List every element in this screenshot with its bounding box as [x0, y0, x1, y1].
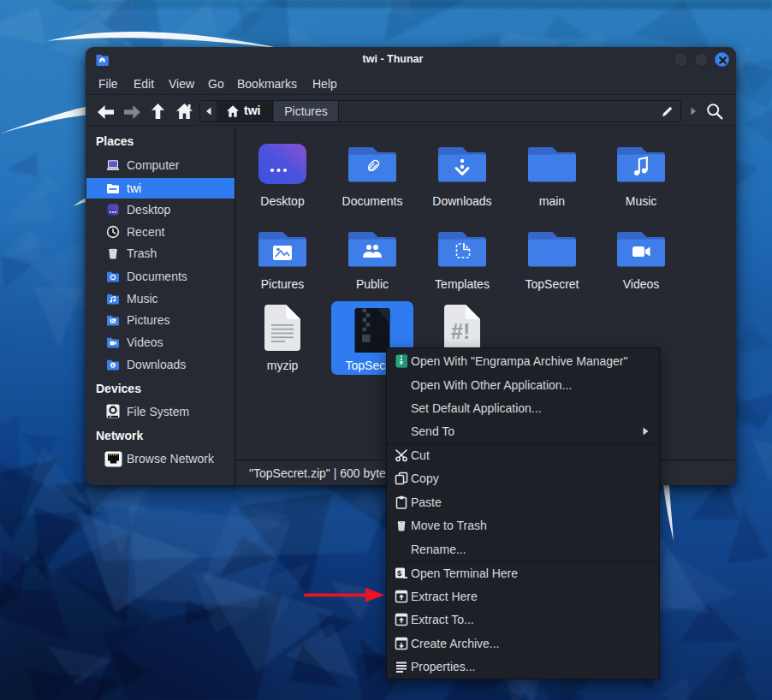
- svg-text:#!: #!: [451, 319, 470, 343]
- svg-text:$: $: [397, 568, 402, 578]
